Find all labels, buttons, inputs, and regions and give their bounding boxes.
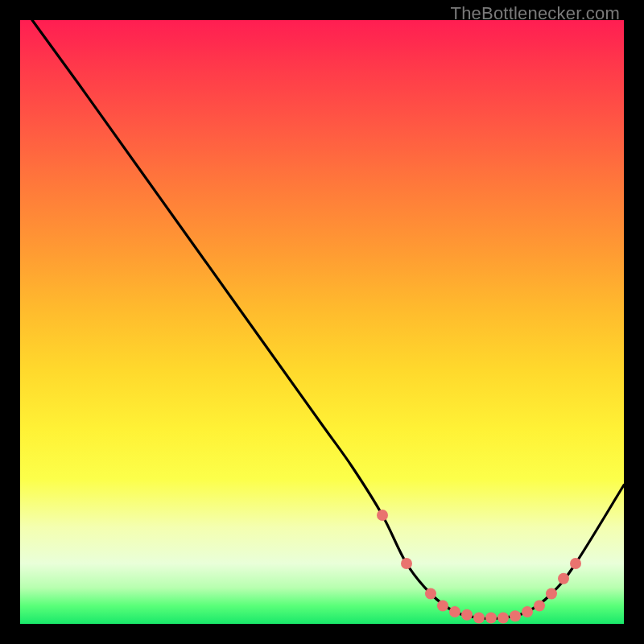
curve-marker [437,601,448,612]
curve-marker [522,606,533,617]
curve-marker [377,510,388,521]
curve-marker [534,601,545,612]
curve-marker [461,609,473,621]
curve-marker [510,610,521,621]
curve-marker [449,606,460,617]
curve-marker [473,613,485,624]
curve-marker [558,573,569,584]
chart-svg [20,20,624,624]
curve-marker [570,558,581,569]
curve-marker [485,613,497,624]
curve-marker [546,588,557,600]
curve-marker [401,558,412,569]
bottleneck-curve [32,20,624,619]
curve-marker [497,613,509,624]
curve-markers [377,510,581,624]
chart-plot-area [20,20,624,624]
curve-marker [425,588,436,600]
